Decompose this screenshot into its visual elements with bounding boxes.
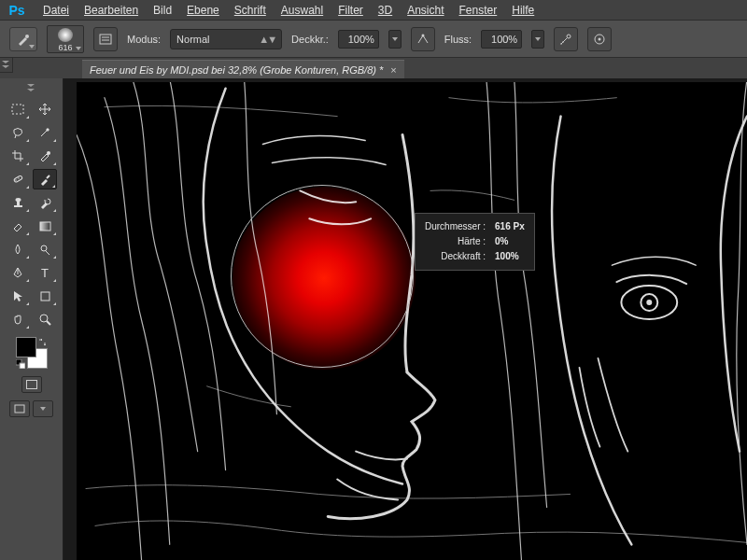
workspace: T [0,78,747,560]
hud-opacity-label: Deckkraft : [425,250,493,263]
opacity-label: Deckkr.: [291,34,329,45]
panel-icon [98,32,113,47]
menu-item-layer[interactable]: Ebene [179,2,227,19]
tool-brush[interactable] [33,169,57,189]
tool-move[interactable] [33,99,57,119]
tool-healing[interactable] [6,169,30,189]
document-tab-row: Feuer und Eis by MDI.psd bei 32,8% (Grob… [0,58,747,78]
tool-magic-wand[interactable] [33,122,57,143]
svg-point-14 [18,177,19,178]
tablet-pressure-icon [416,32,430,47]
tool-type[interactable]: T [33,262,57,283]
hud-diameter-label: Durchmesser : [425,220,493,233]
menu-item-3d[interactable]: 3D [371,2,400,19]
tool-crop[interactable] [6,146,30,166]
svg-rect-1 [100,35,111,44]
mode-label: Modus: [127,34,161,45]
toolbox-collapse-icon[interactable] [27,84,36,93]
tool-path-select[interactable] [6,286,30,306]
menu-item-select[interactable]: Auswahl [274,2,331,19]
document-tab-title: Feuer und Eis by MDI.psd bei 32,8% (Grob… [90,64,383,76]
svg-rect-22 [41,292,49,301]
blend-mode-select[interactable]: Normal ▲▼ [170,29,282,49]
tool-lasso[interactable] [6,122,30,143]
svg-point-4 [421,34,424,36]
tool-shape[interactable] [33,286,57,306]
color-swatches[interactable] [16,337,48,369]
tool-pen[interactable] [6,262,30,283]
svg-point-0 [25,35,29,38]
brush-panel-toggle[interactable] [93,27,118,51]
foreground-color[interactable] [16,337,36,357]
tool-stamp[interactable] [6,192,30,213]
menu-item-file[interactable]: Datei [35,2,77,19]
hud-opacity-value: 100% [495,250,525,263]
menu-bar: Ps Datei Bearbeiten Bild Ebene Schrift A… [0,0,747,21]
svg-point-6 [562,41,564,43]
hud-hardness-value: 0% [495,235,525,248]
svg-point-13 [15,179,16,180]
flow-dropdown[interactable] [531,30,544,49]
size-pressure-toggle[interactable] [587,27,612,51]
tool-gradient[interactable] [33,216,57,236]
quick-mask-toggle[interactable] [21,376,42,393]
hud-hardness-label: Härte : [425,235,493,248]
tool-history-brush[interactable] [33,192,57,213]
svg-point-7 [560,43,562,45]
menu-item-image[interactable]: Bild [146,2,179,19]
tool-blur[interactable] [6,239,30,259]
brush-preset-picker[interactable]: 616 [47,25,84,53]
tool-eyedropper[interactable] [33,146,57,166]
brush-cursor-outline [231,185,414,368]
tool-marquee[interactable] [6,99,30,119]
brush-hud-tooltip: Durchmesser :616 Px Härte :0% Deckkraft … [415,213,535,271]
brush-preview-icon [58,28,73,42]
document-tab[interactable]: Feuer und Eis by MDI.psd bei 32,8% (Grob… [82,60,404,78]
flow-label: Fluss: [444,34,472,45]
opacity-pressure-toggle[interactable] [411,27,435,51]
screen-mode-dropdown[interactable] [33,400,53,417]
menu-item-filter[interactable]: Filter [331,2,371,19]
toolbox: T [0,78,63,560]
svg-text:T: T [41,266,49,279]
target-icon [592,32,607,47]
menu-item-view[interactable]: Ansicht [400,2,451,19]
svg-rect-18 [40,222,50,231]
svg-rect-28 [77,82,747,560]
document-canvas[interactable]: Durchmesser :616 Px Härte :0% Deckkraft … [77,82,747,560]
svg-point-17 [16,198,21,202]
airbrush-toggle[interactable] [554,27,578,51]
tool-hand[interactable] [6,309,30,329]
svg-point-19 [41,245,47,251]
hud-diameter-value: 616 Px [495,220,525,233]
app-icon: Ps [6,2,28,19]
tool-preset-picker[interactable] [9,27,37,51]
canvas-area: Durchmesser :616 Px Härte :0% Deckkraft … [63,78,747,560]
menu-item-window[interactable]: Fenster [452,2,505,19]
svg-rect-10 [12,105,23,114]
tool-zoom[interactable] [33,309,57,329]
swap-colors-icon[interactable] [38,337,48,346]
artwork-icon [77,82,747,560]
tool-dodge[interactable] [33,239,57,259]
blend-mode-value: Normal [176,34,209,45]
svg-line-24 [47,321,50,325]
svg-point-23 [40,315,48,322]
svg-point-31 [646,300,652,305]
menu-item-edit[interactable]: Bearbeiten [77,2,146,19]
options-bar: 616 Modus: Normal ▲▼ Deckkr.: 100% Fluss… [0,21,747,58]
default-colors-icon[interactable] [16,359,25,369]
panel-collapse-handle[interactable] [0,58,13,73]
menu-item-help[interactable]: Hilfe [504,2,542,19]
menu-item-type[interactable]: Schrift [227,2,274,19]
svg-rect-12 [14,175,23,183]
opacity-dropdown[interactable] [388,30,402,49]
airbrush-icon [558,32,573,47]
opacity-input[interactable]: 100% [338,30,379,49]
svg-point-5 [567,35,571,38]
flow-input[interactable]: 100% [481,30,522,49]
close-icon[interactable]: × [390,64,396,76]
tool-eraser[interactable] [6,216,30,236]
screen-mode-button[interactable] [9,400,30,417]
brush-size-readout: 616 [58,43,72,52]
